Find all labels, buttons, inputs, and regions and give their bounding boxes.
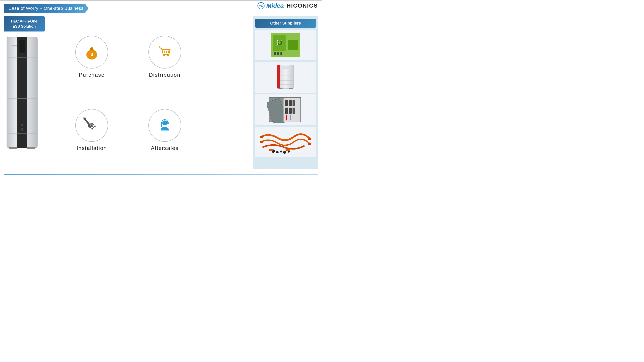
svg-rect-74: [308, 143, 311, 145]
svg-rect-9: [20, 40, 25, 52]
aftersales-circle: [148, 109, 181, 142]
svg-point-38: [162, 120, 167, 125]
money-bag-icon: $: [84, 44, 100, 60]
purchase-label: Purchase: [79, 72, 104, 78]
aftersales-label: Aftersales: [151, 145, 179, 151]
ess-unit-svg: Midea: [5, 35, 40, 150]
supplier-images-list: [255, 30, 316, 157]
services-grid: $ Purchase Distribut: [49, 18, 207, 169]
logo-area: Midea HICONICS: [257, 2, 318, 9]
inverter-product-icon: [267, 32, 304, 58]
distribution-label: Distribution: [149, 72, 180, 78]
left-panel: HEC All-in-One ESS Solution: [4, 16, 45, 152]
purchase-circle: $: [75, 36, 108, 68]
supplier-battery-stack: [255, 62, 316, 93]
page-title: Ease of Worry – One-step Business: [8, 6, 84, 11]
svg-rect-48: [277, 52, 279, 55]
svg-rect-55: [277, 65, 280, 88]
wrench-gear-icon: [84, 117, 100, 134]
svg-rect-3: [18, 37, 27, 148]
installation-circle: [75, 109, 108, 142]
svg-rect-73: [260, 141, 263, 143]
svg-point-77: [280, 151, 282, 153]
svg-rect-72: [308, 138, 311, 140]
svg-point-20: [163, 54, 165, 56]
svg-rect-67: [292, 108, 296, 114]
svg-point-21: [167, 54, 169, 56]
svg-rect-63: [289, 100, 292, 106]
svg-rect-80: [269, 149, 273, 151]
other-suppliers-title: Other Suppliers: [255, 19, 316, 28]
cables-tools-icon: [257, 129, 314, 155]
right-panel: Other Suppliers: [253, 16, 318, 169]
svg-rect-66: [289, 108, 292, 114]
supplier-inverter: [255, 30, 316, 60]
ess-image: Midea: [4, 33, 40, 152]
svg-text:$: $: [90, 52, 93, 57]
svg-rect-12: [27, 147, 36, 149]
distribution-circle: [148, 36, 181, 68]
midea-text: Midea: [266, 2, 284, 9]
svg-rect-58: [289, 88, 293, 89]
header-divider: [4, 14, 318, 14]
service-aftersales: Aftersales: [130, 96, 200, 165]
service-installation: Installation: [57, 96, 126, 165]
battery-stack-icon: [267, 64, 304, 91]
svg-point-13: [21, 124, 23, 126]
bottom-divider: [4, 174, 318, 175]
svg-point-76: [276, 151, 278, 153]
supplier-cables: [255, 127, 316, 157]
svg-rect-65: [285, 108, 288, 114]
hiconics-text: HICONICS: [286, 2, 318, 9]
svg-rect-40: [167, 122, 169, 124]
supplier-electrical-box: [255, 94, 316, 125]
service-distribution: Distribution: [130, 22, 200, 92]
header-bar: [0, 0, 322, 1]
midea-logo-icon: [257, 2, 265, 9]
svg-point-46: [278, 41, 281, 44]
svg-rect-62: [285, 100, 288, 106]
svg-point-78: [283, 151, 286, 154]
hec-label: HEC All-in-One ESS Solution: [4, 16, 45, 31]
title-banner: Ease of Worry – One-step Business: [4, 4, 88, 13]
svg-rect-57: [278, 88, 282, 89]
svg-rect-56: [282, 66, 291, 69]
svg-point-14: [21, 128, 23, 130]
svg-rect-71: [260, 136, 263, 138]
svg-rect-11: [9, 147, 17, 149]
headset-person-icon: [156, 117, 173, 134]
svg-rect-64: [292, 100, 296, 106]
svg-rect-44: [288, 40, 298, 50]
cart-icon: [156, 44, 173, 60]
svg-text:Midea: Midea: [12, 44, 18, 47]
svg-point-41: [161, 126, 162, 127]
svg-point-1: [260, 5, 262, 6]
svg-rect-81: [286, 149, 290, 151]
service-purchase: $ Purchase: [57, 22, 126, 92]
svg-rect-49: [280, 52, 282, 55]
svg-rect-28: [92, 128, 93, 129]
svg-line-19: [160, 47, 160, 48]
svg-rect-47: [274, 52, 276, 55]
installation-label: Installation: [76, 145, 107, 151]
electrical-box-icon: [267, 96, 304, 123]
